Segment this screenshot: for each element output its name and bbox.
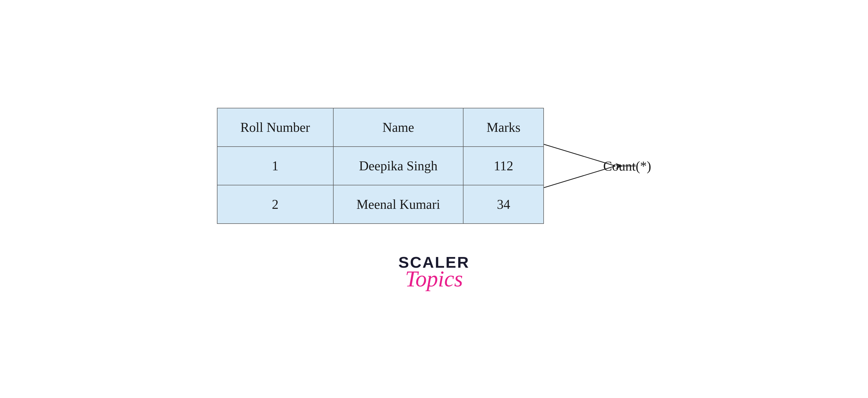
cell-name-1: Deepika Singh [333,146,463,185]
col-header-name: Name [333,108,463,146]
cell-marks-2: 34 [463,185,544,224]
table-row: 2 Meenal Kumari 34 [217,185,544,224]
col-header-roll: Roll Number [217,108,333,146]
data-table: Roll Number Name Marks 1 Deepika Singh 1… [217,108,544,224]
diagram-area: Roll Number Name Marks 1 Deepika Singh 1… [217,108,651,224]
cell-marks-1: 112 [463,146,544,185]
scaler-brand: SCALER Topics [398,255,470,290]
main-content: Roll Number Name Marks 1 Deepika Singh 1… [217,108,651,290]
col-header-marks: Marks [463,108,544,146]
arrow-annotation: Count(*) [544,123,651,209]
table-row: 1 Deepika Singh 112 [217,146,544,185]
count-label: Count(*) [603,158,651,173]
topics-logo-text: Topics [405,268,463,290]
table-header-row: Roll Number Name Marks [217,108,544,146]
cell-name-2: Meenal Kumari [333,185,463,224]
cell-roll-1: 1 [217,146,333,185]
cell-roll-2: 2 [217,185,333,224]
